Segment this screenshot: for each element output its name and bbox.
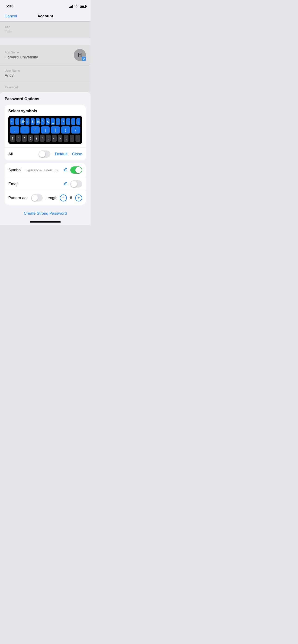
symbol-pipe[interactable]: |: [75, 135, 80, 142]
symbol-ampersand[interactable]: &: [46, 118, 50, 125]
symbol-toggle[interactable]: [70, 166, 82, 174]
password-section-partial: Password: [0, 82, 91, 92]
username-label: User Name: [5, 69, 86, 72]
symbol-toggle-knob: [75, 167, 82, 173]
symbol-row-3: ¶ " ' ( ) * : < > \ ` |: [10, 135, 80, 142]
symbol-caret[interactable]: ^: [41, 118, 45, 125]
symbol-dollar[interactable]: $: [31, 118, 35, 125]
symbol-at[interactable]: @: [21, 118, 24, 125]
default-button[interactable]: Default: [55, 152, 68, 156]
app-name-row: App Name Harvard Univerisity H: [0, 45, 91, 65]
section-spacer: [0, 38, 91, 45]
emoji-edit-icon[interactable]: [63, 181, 68, 187]
length-controls: − 8 +: [60, 194, 82, 202]
signal-bars-icon: [69, 5, 73, 8]
symbol-plus[interactable]: +: [56, 118, 60, 125]
pattern-toggle-knob: [32, 195, 38, 201]
all-row: All Default Close: [5, 148, 86, 160]
status-time: 5:33: [6, 4, 14, 8]
length-label: Length: [46, 196, 58, 200]
symbol-lt[interactable]: <: [52, 135, 57, 142]
all-toggle[interactable]: [39, 150, 50, 158]
symbol-squote[interactable]: ': [22, 135, 27, 142]
symbol-rparen[interactable]: ): [34, 135, 39, 142]
pattern-toggle[interactable]: [31, 194, 43, 202]
pattern-option-label: Pattern aa: [8, 196, 27, 200]
create-strong-password-button[interactable]: Create Strong Password: [5, 208, 86, 220]
home-bar: [30, 222, 61, 222]
symbol-grid: ~ ! @ # $ % ^ & _ + ? – = ; ,: [8, 116, 82, 144]
symbol-tilde[interactable]: ~: [10, 118, 14, 125]
symbol-question[interactable]: ?: [61, 118, 65, 125]
symbol-option-right: [63, 166, 82, 174]
symbol-option-value: ~!@#$%^&_+?–=;,./][{: [24, 168, 61, 172]
length-increase-button[interactable]: +: [75, 194, 82, 202]
emoji-toggle[interactable]: [70, 180, 82, 188]
title-placeholder: Title: [5, 30, 86, 34]
nav-header: Cancel Account: [0, 11, 91, 22]
title-label: Title: [5, 25, 86, 29]
home-indicator: [0, 220, 91, 225]
symbol-dquote[interactable]: ": [16, 135, 21, 142]
symbol-lparen[interactable]: (: [28, 135, 33, 142]
title-field-section: Title Title: [0, 22, 91, 38]
app-name-label: App Name: [5, 50, 74, 54]
page-title: Account: [37, 14, 53, 18]
password-options-title: Password Options: [5, 97, 86, 101]
password-label: Password: [5, 86, 86, 89]
symbol-rbracket[interactable]: ]: [41, 126, 50, 134]
symbol-card-inner: Select symbols ~ ! @ # $ % ^ & _ + ? –: [5, 105, 86, 148]
symbol-pilcrow[interactable]: ¶: [10, 135, 15, 142]
symbol-asterisk[interactable]: *: [40, 135, 45, 142]
pattern-option-row: Pattern aa Length − 8 +: [5, 191, 86, 205]
all-label: All: [8, 152, 13, 156]
symbol-percent[interactable]: %: [36, 118, 40, 125]
all-toggle-knob: [39, 151, 45, 157]
symbol-hash[interactable]: #: [26, 118, 30, 125]
battery-icon: [80, 5, 86, 8]
app-info: App Name Harvard Univerisity: [5, 50, 74, 60]
length-controls-container: Length − 8 +: [46, 194, 82, 202]
app-name-value: Harvard Univerisity: [5, 55, 74, 60]
symbol-period[interactable]: .: [21, 126, 30, 134]
close-button[interactable]: Close: [72, 152, 82, 156]
symbol-slash[interactable]: /: [31, 126, 40, 134]
emoji-option-right: [63, 180, 82, 188]
wifi-icon: [75, 4, 79, 8]
length-decrease-button[interactable]: −: [60, 194, 67, 202]
symbol-underscore[interactable]: _: [51, 118, 55, 125]
options-list: Symbol ~!@#$%^&_+?–=;,./][{ Emoji: [5, 163, 86, 205]
symbol-equals[interactable]: =: [71, 118, 75, 125]
symbol-option-row: Symbol ~!@#$%^&_+?–=;,./][{: [5, 163, 86, 177]
username-section: User Name Andy: [0, 65, 91, 82]
symbol-edit-icon[interactable]: [63, 167, 68, 173]
symbol-selector-card: Select symbols ~ ! @ # $ % ^ & _ + ? –: [5, 105, 86, 160]
symbol-semicolon[interactable]: ;: [76, 118, 80, 125]
symbol-row-2: , . / ] [ } {: [10, 126, 80, 134]
emoji-option-label: Emoji: [8, 182, 18, 186]
symbol-backtick[interactable]: `: [70, 135, 75, 142]
all-right: Default Close: [39, 150, 82, 158]
symbol-lbracket[interactable]: [: [51, 126, 60, 134]
length-value: 8: [69, 196, 73, 200]
password-options-sheet: Password Options Select symbols ~ ! @ # …: [0, 92, 91, 220]
emoji-toggle-knob: [71, 181, 77, 187]
symbol-gt[interactable]: >: [58, 135, 63, 142]
symbol-comma[interactable]: ,: [10, 126, 19, 134]
status-bar: 5:33: [0, 0, 91, 11]
cancel-button[interactable]: Cancel: [5, 14, 17, 18]
symbol-colon[interactable]: :: [46, 135, 51, 142]
symbol-exclaim[interactable]: !: [15, 118, 19, 125]
emoji-option-row: Emoji: [5, 177, 86, 191]
app-icon-edit: [82, 57, 86, 61]
symbol-dash[interactable]: –: [66, 118, 70, 125]
app-icon: H: [74, 49, 86, 61]
username-value: Andy: [5, 73, 86, 78]
symbol-rcurly[interactable]: }: [61, 126, 70, 134]
symbol-lcurly[interactable]: {: [71, 126, 80, 134]
symbol-option-label: Symbol: [8, 168, 22, 172]
status-icons: [69, 4, 86, 8]
background-content: Title Title App Name Harvard Univerisity…: [0, 22, 91, 92]
symbol-backslash[interactable]: \: [64, 135, 69, 142]
symbol-row-1: ~ ! @ # $ % ^ & _ + ? – = ;: [10, 118, 80, 125]
